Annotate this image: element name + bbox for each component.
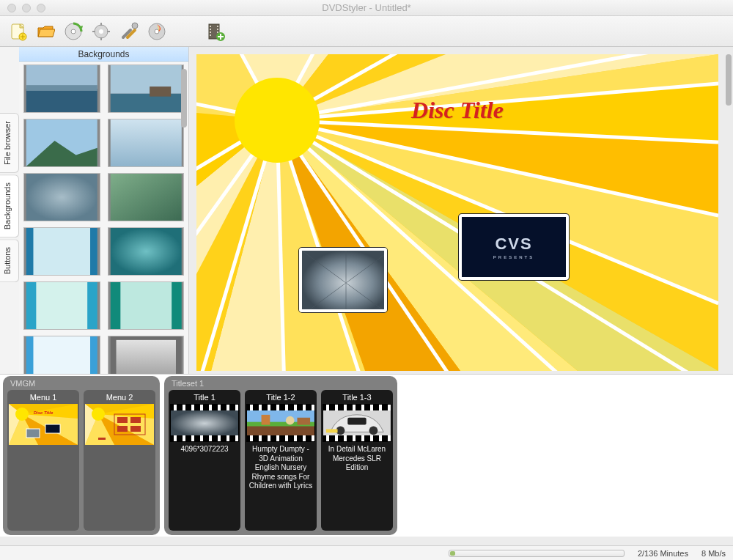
timeline-card-menu-1[interactable]: Menu 1 Disc Title <box>7 390 79 531</box>
svg-rect-17 <box>210 34 211 36</box>
svg-rect-107 <box>130 417 141 423</box>
add-video-icon <box>206 22 225 41</box>
settings-button[interactable] <box>89 20 113 43</box>
svg-point-3 <box>71 29 75 34</box>
tools-button[interactable] <box>117 20 141 43</box>
sidetab-backgrounds[interactable]: Backgrounds <box>0 174 19 237</box>
new-file-icon <box>8 22 27 41</box>
timeline-card-title: Menu 1 <box>30 391 57 404</box>
bg-thumb[interactable] <box>108 281 185 330</box>
svg-point-5 <box>99 29 103 34</box>
timeline-card-title-1-2[interactable]: Title 1-2 Humpty Dumpty - 3D Animation E… <box>245 390 317 531</box>
menu-canvas[interactable]: Disc Title CVSPRESENTS <box>196 54 718 371</box>
svg-rect-111 <box>171 410 238 435</box>
svg-rect-15 <box>210 29 211 30</box>
timeline-card-menu-2[interactable]: Menu 2 <box>84 390 155 531</box>
svg-rect-33 <box>110 174 181 221</box>
svg-rect-122 <box>326 429 338 432</box>
open-button[interactable] <box>34 20 57 43</box>
svg-text:Disc Title: Disc Title <box>34 410 54 415</box>
svg-rect-115 <box>262 415 270 425</box>
settings-icon <box>92 22 111 41</box>
burn-button[interactable] <box>145 20 169 43</box>
sidetab-file-browser[interactable]: File browser <box>0 113 19 173</box>
timeline-card-title-1-3[interactable]: Title 1-3 In Detail McLaren Mercedes SLR… <box>321 390 393 531</box>
svg-rect-117 <box>297 418 310 425</box>
timeline-card-title-1[interactable]: Title 1 4096*3072223 <box>169 390 240 531</box>
bg-thumb[interactable] <box>108 336 185 374</box>
canvas-scrollbar[interactable] <box>726 54 732 106</box>
bg-thumb[interactable] <box>108 65 185 113</box>
main-toolbar <box>0 16 733 47</box>
save-button[interactable] <box>62 20 85 43</box>
placed-video-2-sub: PRESENTS <box>493 255 534 259</box>
tools-icon <box>119 22 139 41</box>
status-bar: 2/136 Minutes 8 Mb/s <box>0 545 733 560</box>
svg-rect-35 <box>33 228 90 275</box>
menu-canvas-wrap: Disc Title CVSPRESENTS <box>189 47 733 374</box>
svg-rect-108 <box>117 426 128 432</box>
timeline-group-titleset-1[interactable]: Titleset 1 Title 1 4096*3072223 Title 1-… <box>164 376 397 535</box>
timeline-group-label: VMGM <box>7 379 155 390</box>
backgrounds-panel: Backgrounds <box>19 47 189 374</box>
main-area: File browser Backgrounds Buttons Backgro… <box>0 47 733 374</box>
bg-thumb[interactable] <box>108 227 185 276</box>
bg-thumb[interactable] <box>108 173 185 221</box>
sidetab-buttons[interactable]: Buttons <box>0 239 19 282</box>
side-tab-strip: File browser Backgrounds Buttons <box>0 47 19 374</box>
placed-video-2-label: CVS <box>495 235 532 253</box>
disc-title-text[interactable]: Disc Title <box>196 97 718 124</box>
timeline-card-desc: In Detail McLaren Mercedes SLR Edition <box>323 442 391 473</box>
bg-thumb[interactable] <box>23 173 100 221</box>
open-folder-icon <box>36 22 55 41</box>
svg-rect-20 <box>217 32 218 33</box>
timeline-card-title: Title 1 <box>194 391 216 404</box>
window-title: DVDStyler - Untitled* <box>0 2 733 13</box>
svg-rect-16 <box>210 32 211 33</box>
disc-usage-bar <box>449 550 625 557</box>
bg-thumb[interactable] <box>23 281 100 330</box>
svg-rect-97 <box>45 424 60 433</box>
new-file-button[interactable] <box>6 20 29 43</box>
svg-point-94 <box>15 408 29 421</box>
timeline-group-vmgm[interactable]: VMGM Menu 1 Disc Title Menu 2 <box>3 376 160 535</box>
svg-point-116 <box>286 416 295 425</box>
timeline-card-title: Menu 2 <box>106 391 133 404</box>
svg-point-120 <box>369 427 378 435</box>
backgrounds-panel-header: Backgrounds <box>19 47 188 62</box>
timeline-card-title: Title 1-3 <box>342 391 371 404</box>
placed-video-1[interactable] <box>299 248 387 312</box>
svg-rect-40 <box>120 282 172 329</box>
burn-disc-icon <box>147 22 166 41</box>
placed-video-2[interactable]: CVSPRESENTS <box>459 214 569 280</box>
svg-rect-110 <box>98 438 106 440</box>
backgrounds-scrollbar[interactable] <box>181 69 187 128</box>
status-minutes: 2/136 Minutes <box>638 549 688 558</box>
bg-thumb[interactable] <box>23 336 100 374</box>
svg-rect-24 <box>26 89 97 112</box>
bg-thumb[interactable] <box>108 119 185 167</box>
svg-point-10 <box>132 23 138 29</box>
svg-point-104 <box>92 408 105 421</box>
timeline-card-title: Title 1-2 <box>266 391 295 404</box>
svg-rect-36 <box>110 228 181 275</box>
svg-rect-18 <box>217 26 218 27</box>
svg-rect-44 <box>116 340 175 374</box>
bg-thumb[interactable] <box>23 227 100 276</box>
timeline-card-desc: 4096*3072223 <box>179 442 229 454</box>
bg-thumb[interactable] <box>23 119 100 167</box>
timeline: VMGM Menu 1 Disc Title Menu 2 <box>0 374 733 537</box>
svg-rect-42 <box>33 336 90 374</box>
window-titlebar: DVDStyler - Untitled* <box>0 0 733 16</box>
add-video-button[interactable] <box>204 20 227 43</box>
svg-rect-121 <box>347 418 366 425</box>
svg-rect-109 <box>130 426 141 432</box>
backgrounds-scroll[interactable] <box>19 62 188 374</box>
status-bitrate: 8 Mb/s <box>701 549 726 558</box>
svg-rect-106 <box>117 417 128 423</box>
svg-rect-28 <box>150 86 171 97</box>
bg-thumb[interactable] <box>23 65 100 113</box>
svg-rect-31 <box>110 119 181 166</box>
svg-rect-14 <box>210 26 211 27</box>
svg-rect-32 <box>26 174 97 221</box>
